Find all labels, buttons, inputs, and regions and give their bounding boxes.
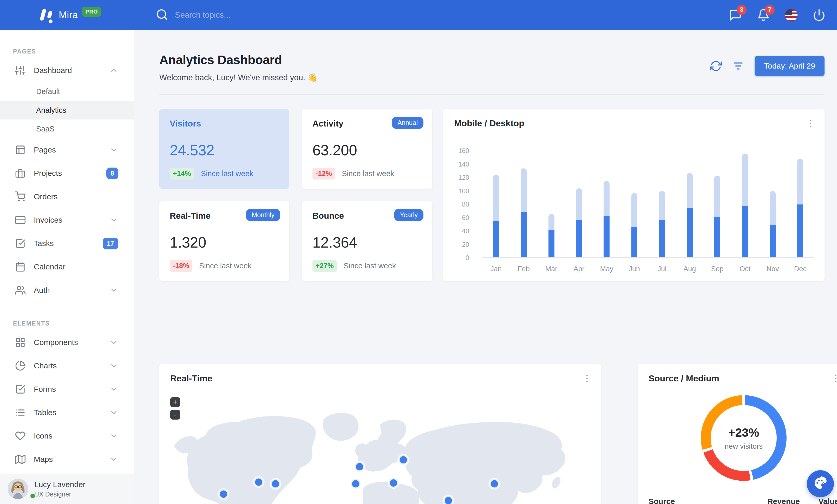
stat-delta-badge: -18% <box>170 260 192 272</box>
sliders-icon <box>15 65 25 76</box>
sidebar: PagesDashboardDefaultAnalyticsSaaSPagesP… <box>0 30 134 504</box>
sidebar-item-dashboard[interactable]: Dashboard <box>0 59 134 82</box>
map-marker-moscow[interactable] <box>398 455 408 465</box>
bar-may[interactable] <box>604 181 609 257</box>
bar-dec[interactable] <box>797 159 803 257</box>
sidebar-item-label: Calendar <box>34 262 66 271</box>
map-icon <box>15 454 25 465</box>
sidebar-item-maps[interactable]: Maps <box>0 448 134 471</box>
sidebar-item-label: Pages <box>34 146 56 154</box>
x-tick: Jul <box>648 265 676 273</box>
top-navbar: Mira PRO 3 7 <box>0 0 837 30</box>
map-marker-london[interactable] <box>355 462 364 471</box>
list-icon <box>15 407 25 418</box>
date-range-button[interactable]: Today: April 29 <box>754 56 824 76</box>
sidebar-user-card[interactable]: Lucy Lavender UX Designer <box>0 473 134 504</box>
map-marker-beijing[interactable] <box>490 479 499 488</box>
bar-oct[interactable] <box>742 153 748 257</box>
map-continents <box>174 413 569 504</box>
bar-sep[interactable] <box>714 175 720 257</box>
sidebar-item-charts[interactable]: Charts <box>0 354 134 377</box>
layout-icon <box>15 145 25 155</box>
bar-jun[interactable] <box>631 193 637 257</box>
sidebar-item-icons[interactable]: Icons <box>0 424 134 448</box>
map-marker-madrid[interactable] <box>351 479 360 488</box>
map-marker-delhi[interactable] <box>444 496 453 504</box>
sidebar-subitem-saas[interactable]: SaaS <box>0 119 134 138</box>
world-map[interactable] <box>165 395 595 504</box>
stat-card-bounce: BounceYearly12.364+27%Since last week <box>302 201 432 281</box>
sidebar-item-label: Orders <box>34 192 58 201</box>
col-source: Source <box>648 497 748 504</box>
map-marker-istanbul[interactable] <box>389 478 398 488</box>
bar-mar[interactable] <box>549 214 554 257</box>
sidebar-item-orders[interactable]: Orders <box>0 185 134 208</box>
sidebar-item-tasks[interactable]: Tasks17 <box>0 232 134 255</box>
sidebar-item-tables[interactable]: Tables <box>0 401 134 424</box>
mira-logo-icon <box>38 7 55 23</box>
more-options-icon[interactable] <box>805 118 816 129</box>
stat-period-pill[interactable]: Yearly <box>394 209 424 221</box>
map-marker-new-york[interactable] <box>271 479 280 488</box>
wave-emoji: 👋 <box>307 73 318 82</box>
map-zoom-in-button[interactable]: + <box>170 397 180 407</box>
bar-feb[interactable] <box>521 168 527 257</box>
sign-out-button[interactable] <box>813 8 825 22</box>
sidebar-item-forms[interactable]: Forms <box>0 377 134 401</box>
map-marker-san-francisco[interactable] <box>219 489 228 499</box>
map-zoom-out-button[interactable]: - <box>170 410 180 419</box>
sidebar-item-label: Tables <box>34 408 56 417</box>
sidebar-item-label: Components <box>34 338 78 347</box>
sidebar-item-invoices[interactable]: Invoices <box>0 208 134 232</box>
refresh-icon[interactable] <box>710 60 722 72</box>
stat-period-pill[interactable]: Monthly <box>246 209 280 221</box>
search-input[interactable] <box>175 11 287 20</box>
y-tick: 40 <box>462 227 469 235</box>
language-flag-us[interactable] <box>785 9 798 21</box>
sidebar-item-label: Projects <box>34 169 62 178</box>
filter-icon[interactable] <box>732 60 744 72</box>
search-icon <box>156 8 168 22</box>
notifications-button[interactable]: 7 <box>757 8 770 22</box>
sidebar-subitem-default[interactable]: Default <box>0 82 134 101</box>
more-options-icon[interactable] <box>831 373 837 384</box>
y-tick: 60 <box>462 214 469 221</box>
sidebar-subitem-analytics[interactable]: Analytics <box>0 101 134 119</box>
y-tick: 20 <box>462 241 469 248</box>
more-options-icon[interactable] <box>582 373 592 384</box>
bar-apr[interactable] <box>576 188 582 257</box>
donut-center-value: +23% <box>728 426 759 440</box>
y-tick: 0 <box>466 254 469 262</box>
mobile-desktop-chart-card: Mobile / Desktop 020406080100120140160 J… <box>443 109 824 281</box>
main-content: Analytics Dashboard Welcome back, Lucy! … <box>134 30 837 504</box>
stat-card-activity: ActivityAnnual63.200-12%Since last week <box>302 109 432 189</box>
brand[interactable]: Mira PRO <box>38 7 101 23</box>
bar-nov[interactable] <box>770 191 776 257</box>
grid-icon <box>15 337 25 348</box>
x-tick: Apr <box>565 265 593 273</box>
theme-settings-fab[interactable] <box>807 470 834 497</box>
sidebar-item-auth[interactable]: Auth <box>0 279 134 302</box>
x-tick: Mar <box>537 265 565 273</box>
y-axis-labels: 020406080100120140160 <box>453 151 469 258</box>
chevron-down-icon <box>109 408 118 417</box>
bar-jan[interactable] <box>493 175 499 257</box>
sidebar-item-components[interactable]: Components <box>0 331 134 354</box>
bar-chart: 020406080100120140160 <box>453 151 814 258</box>
sidebar-item-projects[interactable]: Projects8 <box>0 162 134 185</box>
y-tick: 120 <box>458 174 469 181</box>
stat-delta-badge: +27% <box>313 260 337 272</box>
bar-jul[interactable] <box>659 191 665 257</box>
users-icon <box>15 285 25 295</box>
x-tick: Jan <box>482 265 510 273</box>
messages-button[interactable]: 3 <box>729 8 742 22</box>
bell-icon <box>757 18 770 22</box>
map-marker-chicago[interactable] <box>254 478 263 487</box>
heart-icon <box>15 431 25 441</box>
stat-period-pill[interactable]: Annual <box>392 117 424 129</box>
sidebar-item-pages[interactable]: Pages <box>0 138 134 162</box>
bar-aug[interactable] <box>687 173 693 257</box>
x-tick: Oct <box>731 265 759 273</box>
sidebar-item-calendar[interactable]: Calendar <box>0 255 134 279</box>
check-square-icon <box>15 238 25 249</box>
